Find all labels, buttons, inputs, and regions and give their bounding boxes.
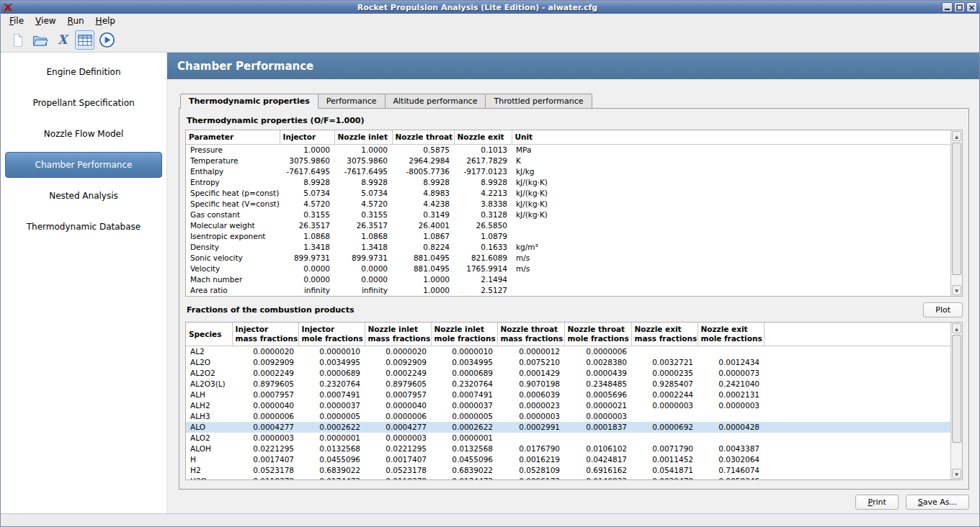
table-cell[interactable]: ALO2 (186, 433, 232, 443)
table-cell[interactable]: 4.5720 (334, 199, 392, 210)
table-cell[interactable]: 0.0001837 (564, 422, 631, 433)
table-cell[interactable]: Entropy (186, 177, 280, 188)
table-cell[interactable]: 0.3155 (280, 210, 334, 220)
table-cell[interactable] (512, 285, 950, 296)
table-cell[interactable] (764, 400, 950, 411)
table-cell[interactable]: 1.3418 (280, 242, 334, 253)
table-cell[interactable]: 0.0132568 (298, 443, 365, 454)
table-cell[interactable] (764, 465, 950, 476)
table-cell[interactable]: 0.0071790 (631, 443, 698, 454)
table-cell[interactable]: 0.0004277 (365, 422, 431, 433)
table-cell[interactable]: 0.0523178 (232, 465, 298, 476)
table-cell[interactable]: 4.5720 (280, 199, 334, 210)
table-cell[interactable]: 26.3517 (334, 220, 392, 231)
table-cell[interactable]: 0.0000023 (497, 400, 564, 411)
table-cell[interactable]: Density (186, 242, 280, 253)
table-cell[interactable]: m/s (512, 253, 950, 264)
table-cell[interactable]: 0.0000689 (298, 368, 365, 379)
table-cell[interactable]: 899.9731 (334, 253, 392, 264)
table-cell[interactable]: 0.8979605 (232, 379, 298, 389)
table-cell[interactable]: infinity (334, 285, 392, 296)
table-cell[interactable]: 0.0523178 (365, 465, 431, 476)
column-header[interactable]: Injector (280, 130, 334, 145)
table-cell[interactable]: 0.0002622 (298, 422, 365, 433)
table-cell[interactable]: 0.0118378 (365, 476, 431, 480)
table-cell[interactable]: 0.0000073 (698, 368, 764, 379)
table-row[interactable]: AL2O3(L)0.89796050.23207640.89796050.232… (186, 379, 950, 389)
table-cell[interactable]: 0.0000689 (431, 368, 497, 379)
table-row[interactable]: H2O0.01183780.01744730.01183780.01744730… (186, 476, 950, 480)
table-cell[interactable]: 0.0455096 (431, 454, 497, 465)
table-cell[interactable]: Specific heat (V=const) (186, 199, 280, 210)
menu-file[interactable]: File (4, 14, 30, 27)
table-cell[interactable]: 0.0032721 (631, 357, 698, 368)
table-row[interactable]: Entropy8.99288.99288.99288.9928kJ/(kg·K) (186, 177, 950, 188)
table-cell[interactable]: H2O (186, 476, 232, 480)
menu-run[interactable]: Run (62, 14, 90, 27)
table-cell[interactable]: 0.0176790 (497, 443, 564, 454)
table-row[interactable]: Gas constant0.31550.31550.31490.3128kJ/(… (186, 210, 950, 220)
table-cell[interactable] (764, 379, 950, 389)
table-cell[interactable]: 1.0879 (454, 231, 512, 242)
table-cell[interactable]: -8005.7736 (392, 166, 454, 177)
scroll-up-button[interactable]: ▲ (952, 131, 961, 141)
column-header[interactable]: Species (186, 323, 232, 346)
table-row[interactable]: ALO0.00042770.00026220.00042770.00026220… (186, 422, 950, 433)
scroll-down-button[interactable]: ▼ (952, 285, 961, 295)
table-cell[interactable]: 0.0000 (334, 264, 392, 274)
column-header[interactable]: Injectormole fractions (298, 323, 365, 346)
table-cell[interactable]: 0.0007491 (298, 389, 365, 400)
table-cell[interactable]: 0.0002244 (631, 389, 698, 400)
table-cell[interactable]: 0.0000020 (365, 346, 431, 358)
table-cell[interactable]: 0.6839022 (298, 465, 365, 476)
table-cell[interactable]: 0.0043387 (698, 443, 764, 454)
table-cell[interactable]: 0.0002249 (232, 368, 298, 379)
table-cell[interactable] (764, 422, 950, 433)
table-cell[interactable]: 2617.7829 (454, 156, 512, 166)
table-cell[interactable] (764, 411, 950, 422)
table-cell[interactable]: infinity (280, 285, 334, 296)
table-cell[interactable]: Velocity (186, 264, 280, 274)
vertical-scrollbar[interactable]: ▲ ▼ (950, 130, 962, 296)
table-cell[interactable]: 0.0000003 (564, 411, 631, 422)
table-cell[interactable]: 26.3517 (280, 220, 334, 231)
table-cell[interactable]: 0.0000692 (631, 422, 698, 433)
table-cell[interactable]: 0.0000037 (298, 400, 365, 411)
table-cell[interactable] (764, 443, 950, 454)
table-cell[interactable]: 0.0221295 (365, 443, 431, 454)
table-cell[interactable]: 0.0039478 (631, 476, 698, 480)
table-cell[interactable]: 0.0002991 (497, 422, 564, 433)
table-cell[interactable]: Temperature (186, 156, 280, 166)
table-cell[interactable]: 0.2421040 (698, 379, 764, 389)
table-cell[interactable] (512, 231, 950, 242)
table-cell[interactable]: kJ/(kg·K) (512, 177, 950, 188)
table-cell[interactable]: 3075.9860 (334, 156, 392, 166)
table-cell[interactable]: 0.3155 (334, 210, 392, 220)
table-row[interactable]: Velocity0.00000.0000881.04951765.9914m/s (186, 264, 950, 274)
minimize-button[interactable] (942, 2, 953, 12)
table-row[interactable]: Specific heat (V=const)4.57204.57204.423… (186, 199, 950, 210)
column-header[interactable]: Nozzle inletmass fractions (365, 323, 431, 346)
table-cell[interactable]: 0.0058346 (698, 476, 764, 480)
table-cell[interactable]: 0.0424817 (564, 454, 631, 465)
table-cell[interactable]: 0.0174473 (298, 476, 365, 480)
table-cell[interactable]: 1.0868 (280, 231, 334, 242)
table-row[interactable]: Isentropic exponent1.08681.08681.08671.0… (186, 231, 950, 242)
table-row[interactable]: H20.05231780.68390220.05231780.68390220.… (186, 465, 950, 476)
table-cell[interactable]: 0.0000037 (431, 400, 497, 411)
table-cell[interactable]: 0.2320764 (431, 379, 497, 389)
table-cell[interactable]: 0.0541871 (631, 465, 698, 476)
table-cell[interactable]: kg/m³ (512, 242, 950, 253)
table-cell[interactable]: 0.0000005 (298, 411, 365, 422)
scroll-thumb[interactable] (952, 335, 961, 443)
table-cell[interactable]: 821.6089 (454, 253, 512, 264)
table-cell[interactable] (631, 433, 698, 443)
table-row[interactable]: ALOH0.02212950.01325680.02212950.0132568… (186, 443, 950, 454)
tab-altitude-performance[interactable]: Altitude performance (385, 94, 486, 108)
table-cell[interactable]: Gas constant (186, 210, 280, 220)
tab-performance[interactable]: Performance (318, 94, 386, 108)
table-cell[interactable]: 0.0092909 (365, 357, 431, 368)
table-row[interactable]: ALH0.00079570.00074910.00079570.00074910… (186, 389, 950, 400)
table-row[interactable]: Temperature3075.98603075.98602964.298426… (186, 156, 950, 166)
table-cell[interactable]: 1.0867 (392, 231, 454, 242)
